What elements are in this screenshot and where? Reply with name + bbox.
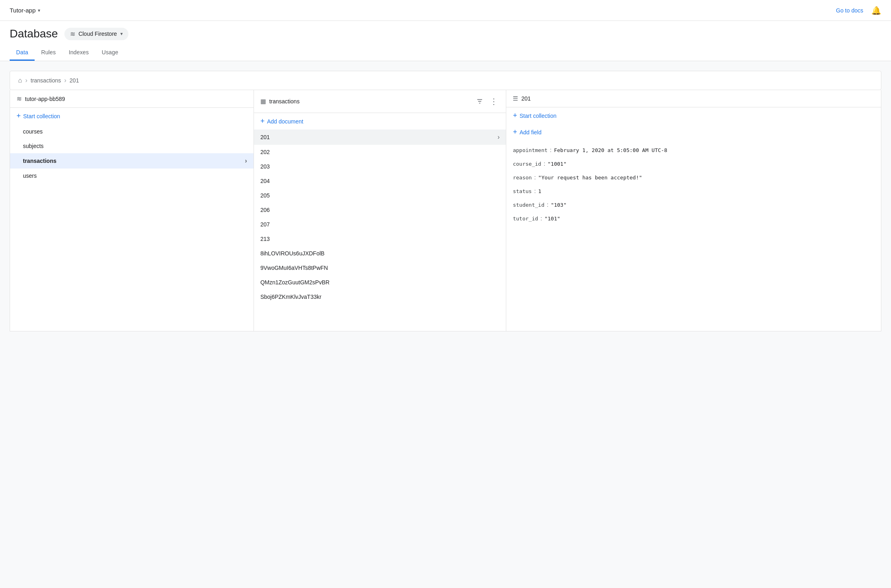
doc-item-203[interactable]: 203 (254, 159, 506, 174)
doc-item-204[interactable]: 204 (254, 174, 506, 188)
doc-label-sbo: Sboj6PZKmKlvJvaT33kr (260, 294, 322, 300)
home-icon[interactable]: ⌂ (18, 77, 22, 84)
field-row-reason: reason : "Your request has been accepted… (513, 174, 874, 181)
collection-item-subjects[interactable]: subjects (10, 139, 254, 153)
tab-usage[interactable]: Usage (95, 45, 125, 61)
collection-item-transactions[interactable]: transactions › (10, 153, 254, 169)
topbar: Tutor-app ▾ Go to docs 🔔 (0, 0, 891, 21)
panel-left-title-group: ≋ tutor-app-bb589 (16, 95, 65, 103)
add-field-button[interactable]: + Add field (506, 124, 881, 140)
doc-item-sbo[interactable]: Sboj6PZKmKlvJvaT33kr (254, 290, 506, 304)
tab-indexes[interactable]: Indexes (62, 45, 95, 61)
collection-item-courses[interactable]: courses (10, 124, 254, 139)
main-tabs: Data Rules Indexes Usage (10, 45, 881, 61)
doc-item-202[interactable]: 202 (254, 145, 506, 159)
panel-middle-title-group: ▦ transactions (260, 98, 299, 105)
tab-rules[interactable]: Rules (35, 45, 62, 61)
breadcrumb-transactions-link[interactable]: transactions (31, 77, 61, 84)
panel-right-title-group: ☰ 201 (513, 95, 530, 102)
panel-left: ≋ tutor-app-bb589 + Start collection cou… (10, 90, 254, 331)
add-document-label: Add document (267, 118, 303, 125)
chevron-right-icon: › (245, 157, 247, 164)
doc-label-213: 213 (260, 236, 270, 242)
field-row-course-id: course_id : "1001" (513, 160, 874, 167)
page-title-row: Database ≋ Cloud Firestore ▾ (10, 27, 881, 40)
collection-label-courses: courses (23, 128, 43, 135)
field-row-status: status : 1 (513, 188, 874, 194)
page-header: Database ≋ Cloud Firestore ▾ Data Rules … (0, 21, 891, 61)
document-icon: ☰ (513, 95, 518, 102)
doc-item-205[interactable]: 205 (254, 188, 506, 203)
collections-list: courses subjects transactions › users (10, 124, 254, 183)
page-title: Database (10, 27, 58, 40)
panel-right: ☰ 201 + Start collection + Add field app… (506, 90, 881, 331)
topbar-right: Go to docs 🔔 (836, 6, 881, 15)
topbar-left: Tutor-app ▾ (10, 7, 40, 14)
field-row-tutor-id: tutor_id : "101" (513, 215, 874, 222)
doc-label-207: 207 (260, 221, 270, 228)
doc-item-206[interactable]: 206 (254, 203, 506, 217)
doc-item-8ih[interactable]: 8ihLOVIROUs6uJXDFolB (254, 246, 506, 261)
panel-left-title: tutor-app-bb589 (25, 96, 65, 102)
doc-label-201: 201 (260, 134, 270, 140)
field-value-course-id: "1001" (548, 161, 567, 167)
add-field-label: Add field (520, 129, 541, 136)
firestore-icon: ≋ (70, 30, 75, 38)
doc-item-qmz[interactable]: QMzn1ZozGuutGM2sPvBR (254, 275, 506, 290)
breadcrumb: ⌂ › transactions › 201 (10, 71, 881, 90)
breadcrumb-sep-1: › (25, 77, 27, 84)
field-value-tutor-id: "101" (544, 216, 560, 222)
app-dropdown-arrow[interactable]: ▾ (38, 8, 40, 13)
field-key-student-id: student_id (513, 202, 544, 208)
right-start-collection-plus-icon: + (513, 111, 517, 120)
field-key-status: status (513, 188, 532, 194)
doc-item-201[interactable]: 201 › (254, 130, 506, 145)
doc-label-205: 205 (260, 192, 270, 199)
doc-item-213[interactable]: 213 (254, 232, 506, 246)
add-document-button[interactable]: + Add document (254, 113, 506, 130)
main-content: ⌂ › transactions › 201 ≋ tutor-app-bb589… (0, 61, 891, 341)
panel-middle-header: ▦ transactions ⋮ (254, 90, 506, 113)
field-colon-tutor-id: : (540, 215, 542, 222)
db-selector-button[interactable]: ≋ Cloud Firestore ▾ (64, 28, 128, 40)
doc-label-203: 203 (260, 163, 270, 170)
doc-item-9vw[interactable]: 9VwoGMuI6aVHTs8tPwFN (254, 261, 506, 275)
panel-middle: ▦ transactions ⋮ + Add document 201 › (254, 90, 507, 331)
add-document-plus-icon: + (260, 117, 265, 125)
doc-item-207[interactable]: 207 (254, 217, 506, 232)
doc-label-206: 206 (260, 207, 270, 213)
collection-label-subjects: subjects (23, 143, 43, 149)
panels-wrapper: ≋ tutor-app-bb589 + Start collection cou… (10, 90, 881, 331)
field-value-student-id: "103" (551, 202, 567, 208)
right-start-collection-label: Start collection (520, 113, 557, 119)
right-start-collection-button[interactable]: + Start collection (506, 107, 881, 124)
collection-item-users[interactable]: users (10, 169, 254, 183)
db-selector-label: Cloud Firestore (78, 31, 117, 37)
go-to-docs-link[interactable]: Go to docs (836, 7, 863, 14)
notifications-bell-icon[interactable]: 🔔 (871, 6, 881, 15)
start-collection-button[interactable]: + Start collection (10, 108, 254, 124)
start-collection-plus-icon: + (16, 112, 21, 120)
doc-label-8ih: 8ihLOVIROUs6uJXDFolB (260, 250, 325, 257)
field-key-tutor-id: tutor_id (513, 216, 538, 222)
doc-label-202: 202 (260, 149, 270, 155)
doc-label-9vw: 9VwoGMuI6aVHTs8tPwFN (260, 265, 328, 271)
panel-middle-title: transactions (269, 98, 299, 105)
field-colon-status: : (534, 188, 536, 194)
filter-icon[interactable] (474, 96, 485, 107)
tab-data[interactable]: Data (10, 45, 35, 61)
field-value-status: 1 (538, 188, 541, 194)
field-colon-appointment: : (550, 147, 552, 153)
field-value-reason: "Your request has been accepted!" (538, 175, 642, 181)
panel-left-header: ≋ tutor-app-bb589 (10, 90, 254, 108)
breadcrumb-sep-2: › (64, 77, 66, 84)
documents-list: 201 › 202 203 204 205 206 (254, 130, 506, 304)
db-selector-arrow: ▾ (120, 31, 123, 37)
field-key-course-id: course_id (513, 161, 541, 167)
start-collection-label: Start collection (23, 113, 60, 119)
field-colon-reason: : (534, 174, 536, 181)
collection-label-transactions: transactions (23, 158, 56, 164)
breadcrumb-201-link[interactable]: 201 (70, 77, 79, 84)
field-key-appointment: appointment (513, 147, 547, 153)
more-options-icon[interactable]: ⋮ (488, 95, 499, 108)
